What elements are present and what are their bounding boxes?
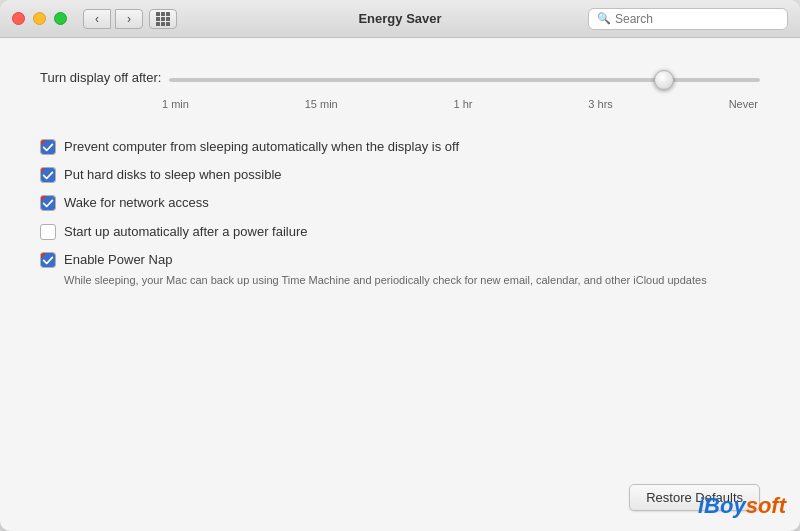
nav-buttons: ‹ › bbox=[83, 9, 143, 29]
search-icon: 🔍 bbox=[597, 12, 611, 25]
tick-label-1hr: 1 hr bbox=[454, 98, 473, 110]
minimize-button[interactable] bbox=[33, 12, 46, 25]
display-off-slider[interactable] bbox=[169, 78, 760, 82]
close-button[interactable] bbox=[12, 12, 25, 25]
titlebar: ‹ › Energy Saver 🔍 bbox=[0, 0, 800, 38]
slider-label-row: Turn display off after: bbox=[40, 68, 760, 86]
option-text-1: Prevent computer from sleeping automatic… bbox=[64, 138, 459, 156]
checkbox-power-nap[interactable] bbox=[40, 252, 56, 268]
option-row-4: Start up automatically after a power fai… bbox=[40, 223, 308, 241]
tick-label-3hrs: 3 hrs bbox=[588, 98, 612, 110]
checkmark-svg-1 bbox=[41, 139, 55, 155]
window-title: Energy Saver bbox=[358, 11, 441, 26]
traffic-lights bbox=[12, 12, 67, 25]
forward-icon: › bbox=[127, 12, 131, 26]
option-row-2: Put hard disks to sleep when possible bbox=[40, 166, 282, 184]
bottom-bar: Restore Defaults bbox=[0, 474, 800, 531]
checkbox-wake-network[interactable] bbox=[40, 195, 56, 211]
checkbox-prevent-sleep[interactable] bbox=[40, 139, 56, 155]
search-input[interactable] bbox=[615, 12, 779, 26]
option-wake-network: Wake for network access bbox=[40, 194, 760, 212]
tick-label-1min: 1 min bbox=[162, 98, 189, 110]
slider-container bbox=[169, 68, 760, 86]
option-text-5: Enable Power Nap bbox=[64, 251, 172, 269]
slider-section: Turn display off after: 1 min 15 min 1 h… bbox=[40, 68, 760, 110]
slider-label: Turn display off after: bbox=[40, 70, 161, 85]
option-startup-power: Start up automatically after a power fai… bbox=[40, 223, 760, 241]
watermark-boy: Boy bbox=[704, 493, 746, 518]
option-power-nap: Enable Power Nap While sleeping, your Ma… bbox=[40, 251, 760, 289]
watermark-soft: soft bbox=[746, 493, 786, 518]
option-text-2: Put hard disks to sleep when possible bbox=[64, 166, 282, 184]
maximize-button[interactable] bbox=[54, 12, 67, 25]
checkmark-svg-3 bbox=[41, 195, 55, 211]
option-row-1: Prevent computer from sleeping automatic… bbox=[40, 138, 459, 156]
checkbox-startup-power[interactable] bbox=[40, 224, 56, 240]
slider-tick-labels: 1 min 15 min 1 hr 3 hrs Never bbox=[160, 98, 760, 110]
option-row-3: Wake for network access bbox=[40, 194, 209, 212]
forward-button[interactable]: › bbox=[115, 9, 143, 29]
tick-label-15min: 15 min bbox=[305, 98, 338, 110]
grid-button[interactable] bbox=[149, 9, 177, 29]
option-prevent-sleep: Prevent computer from sleeping automatic… bbox=[40, 138, 760, 156]
options-list: Prevent computer from sleeping automatic… bbox=[40, 138, 760, 288]
main-window: ‹ › Energy Saver 🔍 Turn display off afte… bbox=[0, 0, 800, 531]
watermark: iBoysoft bbox=[698, 493, 786, 519]
option-text-3: Wake for network access bbox=[64, 194, 209, 212]
option-desc-5: While sleeping, your Mac can back up usi… bbox=[64, 273, 707, 288]
checkmark-svg-5 bbox=[41, 252, 55, 268]
search-box[interactable]: 🔍 bbox=[588, 8, 788, 30]
content-area: Turn display off after: 1 min 15 min 1 h… bbox=[0, 38, 800, 474]
grid-icon bbox=[156, 12, 170, 26]
option-hard-disks: Put hard disks to sleep when possible bbox=[40, 166, 760, 184]
option-row-5: Enable Power Nap bbox=[40, 251, 172, 269]
checkmark-svg-2 bbox=[41, 167, 55, 183]
option-text-4: Start up automatically after a power fai… bbox=[64, 223, 308, 241]
back-icon: ‹ bbox=[95, 12, 99, 26]
back-button[interactable]: ‹ bbox=[83, 9, 111, 29]
tick-label-never: Never bbox=[729, 98, 758, 110]
checkbox-hard-disks[interactable] bbox=[40, 167, 56, 183]
